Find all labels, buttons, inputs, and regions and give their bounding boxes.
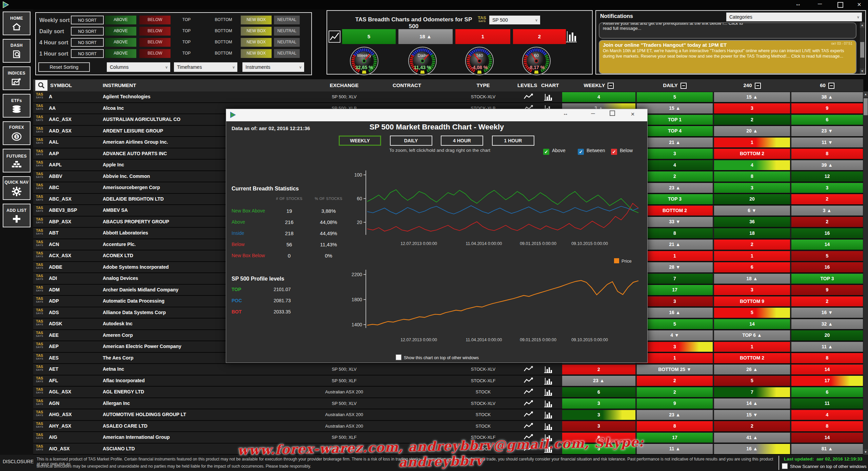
sort-newbox-button[interactable]: NEW BOX: [241, 38, 272, 47]
sort-top-button[interactable]: TOP: [176, 38, 197, 47]
sort-neutral-button[interactable]: NEUTRAL: [274, 16, 300, 24]
filter-checkbox-below[interactable]: ✓Below: [611, 147, 633, 154]
timeframe-button-1-hour[interactable]: 1 HOUR: [492, 136, 534, 146]
levels-chart-icon[interactable]: [524, 365, 534, 374]
column-menu-icon[interactable]: [680, 83, 687, 89]
window-minimize-button[interactable]: ─: [813, 1, 827, 7]
bar-chart-icon[interactable]: [544, 423, 553, 432]
column-menu-icon[interactable]: [828, 83, 834, 89]
disclosure-label[interactable]: DISCLOSURE: [3, 459, 34, 464]
table-row[interactable]: TASSAYSAHY_ASXASALEO CARE LTDAustralian …: [33, 421, 863, 432]
header-symbol[interactable]: SYMBOL: [50, 79, 72, 91]
table-row[interactable]: TASSAYSAGL_ASXAGL ENERGY LTDAustralian A…: [33, 387, 863, 398]
levels-chart-icon[interactable]: [524, 93, 534, 102]
sort-below-button[interactable]: BELOW: [139, 38, 171, 47]
breadth-chart[interactable]: 100602012.07.2013 0:00:0011.04.2014 0:00…: [343, 166, 645, 251]
checkbox-icon[interactable]: [782, 463, 788, 469]
no-sort-button[interactable]: NO SORT: [71, 49, 104, 58]
timeframe-button-4-hour[interactable]: 4 HOUR: [441, 136, 483, 146]
sort-bottom-button[interactable]: BOTTOM: [213, 27, 234, 36]
sort-bottom-button[interactable]: BOTTOM: [213, 49, 234, 58]
sidebar-item-add-list[interactable]: ADD LIST: [3, 204, 31, 227]
table-row[interactable]: TASSAYSAHG_ASXAUTOMOTIVE HOLDINGS GROUP …: [33, 409, 863, 421]
sidebar-item-forex[interactable]: FOREX$: [3, 121, 31, 145]
header-daily[interactable]: DAILY: [637, 79, 713, 91]
sort-neutral-button[interactable]: NEUTRAL: [274, 27, 300, 36]
notifications-scrollbar[interactable]: ▲ ▼: [860, 22, 865, 74]
dialog-maximize-button[interactable]: [606, 110, 619, 117]
bar-chart-icon[interactable]: [544, 400, 553, 409]
window-resize-button[interactable]: ↔: [791, 1, 805, 7]
header-weekly[interactable]: WEEKLY: [562, 79, 635, 91]
header-60[interactable]: 60: [791, 79, 863, 91]
header-levels[interactable]: LEVELS: [517, 79, 537, 91]
price-chart[interactable]: 22001800140012.07.2013 0:00:0011.04.2014…: [343, 256, 645, 349]
sort-neutral-button[interactable]: NEUTRAL: [274, 38, 300, 47]
table-scrollbar[interactable]: ▲ ▼: [863, 91, 868, 455]
sort-below-button[interactable]: BELOW: [139, 49, 171, 58]
timeframe-button-weekly[interactable]: WEEKLY: [339, 136, 381, 146]
sort-newbox-button[interactable]: NEW BOX: [241, 27, 272, 36]
search-button[interactable]: [35, 80, 47, 91]
sort-above-button[interactable]: ABOVE: [105, 49, 136, 58]
scroll-down-icon[interactable]: ▼: [860, 68, 865, 74]
header-240[interactable]: 240: [714, 79, 790, 91]
bar-chart-icon[interactable]: [544, 411, 553, 421]
header-instrument[interactable]: INSTRUMENT: [103, 79, 136, 91]
window-maximize-button[interactable]: [833, 1, 847, 9]
levels-chart-icon[interactable]: [524, 411, 534, 419]
no-sort-button[interactable]: NO SORT: [71, 27, 104, 36]
checkbox-icon[interactable]: ✓: [611, 149, 617, 155]
sidebar-item-indices[interactable]: INDICES: [3, 66, 31, 90]
sort-above-button[interactable]: ABOVE: [105, 27, 136, 36]
bar-chart-icon[interactable]: [544, 93, 553, 103]
scanner-on-top-checkbox[interactable]: Show Scanner on top of other windows: [782, 463, 866, 469]
table-row[interactable]: TASSAYSAAgilent TechnologiesSP 500; XLVS…: [33, 91, 863, 103]
dialog-close-button[interactable]: ×: [626, 110, 639, 118]
dialog-resize-button[interactable]: ↔: [559, 110, 572, 117]
reset-sorting-button[interactable]: Reset Sorting: [38, 62, 90, 72]
header-exchange[interactable]: EXCHANGE: [305, 79, 383, 91]
levels-chart-icon[interactable]: [524, 400, 534, 408]
table-row[interactable]: TASSAYSAFLAflac IncorporatedSP 500; XLFS…: [33, 375, 863, 387]
sort-newbox-button[interactable]: NEW BOX: [241, 16, 272, 24]
timeframes-dropdown[interactable]: Timeframes∨: [174, 62, 237, 72]
sort-top-button[interactable]: TOP: [176, 27, 197, 36]
levels-chart-icon[interactable]: [524, 422, 534, 431]
notification-message-highlighted[interactable]: окт 03 - 07:51 Join our online "Traders …: [599, 40, 856, 74]
checkbox-icon[interactable]: [396, 354, 401, 360]
scroll-up-icon[interactable]: ▲: [863, 91, 868, 97]
window-close-button[interactable]: ×: [852, 1, 866, 8]
header-type[interactable]: TYPE: [451, 79, 515, 91]
table-row[interactable]: TASSAYSAGNAllergan IncSP 500; XLVSTOCK-X…: [33, 398, 863, 410]
index-dropdown[interactable]: SP 500∨: [489, 16, 540, 24]
sidebar-item-dash[interactable]: DASH: [3, 39, 31, 63]
timeframe-button-daily[interactable]: DAILY: [390, 136, 432, 146]
sort-bottom-button[interactable]: BOTTOM: [213, 16, 234, 24]
checkbox-icon[interactable]: ✓: [543, 149, 549, 155]
sidebar-item-futures[interactable]: FUTURES: [3, 149, 31, 172]
sort-newbox-button[interactable]: NEW BOX: [241, 49, 272, 58]
bar-chart-icon[interactable]: [544, 366, 553, 375]
bar-chart-icon[interactable]: [544, 388, 553, 398]
sort-neutral-button[interactable]: NEUTRAL: [274, 49, 300, 58]
sort-below-button[interactable]: BELOW: [139, 16, 171, 24]
sort-above-button[interactable]: ABOVE: [105, 38, 136, 47]
header-chart[interactable]: CHART: [541, 79, 559, 91]
sort-below-button[interactable]: BELOW: [139, 27, 171, 36]
sort-top-button[interactable]: TOP: [176, 16, 197, 24]
filter-checkbox-above[interactable]: ✓Above: [543, 147, 566, 154]
columns-dropdown[interactable]: Columns∨: [107, 62, 170, 72]
levels-chart-icon[interactable]: [524, 388, 534, 397]
sidebar-item-etfs[interactable]: ETFs: [3, 94, 31, 118]
chart-on-top-checkbox[interactable]: Show this chart on top of other windows: [396, 354, 479, 360]
scroll-up-icon[interactable]: ▲: [860, 22, 865, 28]
notification-message[interactable]: Reserve your seat and get the prerequisi…: [599, 22, 856, 39]
bar-chart-icon[interactable]: [565, 30, 578, 45]
filter-checkbox-between[interactable]: ✓Between: [578, 147, 605, 154]
table-row[interactable]: TASSAYSAETAetna IncSP 500; XLVSTOCK-XLV2…: [33, 364, 863, 375]
sidebar-item-quick-nav[interactable]: QUICK NAV: [3, 176, 31, 200]
categories-dropdown[interactable]: Categories∨: [726, 13, 862, 21]
dialog-minimize-button[interactable]: ─: [586, 110, 600, 117]
checkbox-icon[interactable]: ✓: [578, 149, 584, 155]
